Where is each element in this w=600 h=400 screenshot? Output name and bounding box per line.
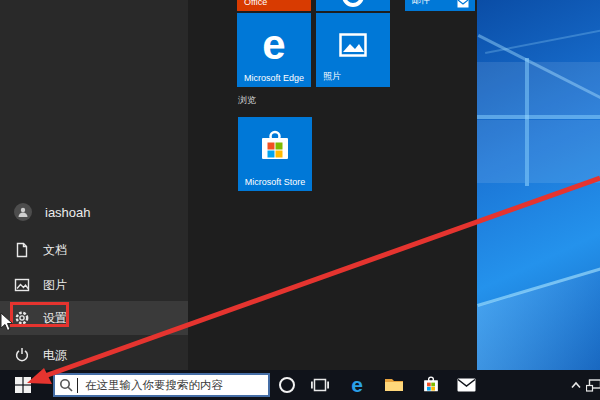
window-pane — [529, 62, 600, 115]
start-button[interactable] — [0, 370, 46, 400]
sidebar-pictures-label: 图片 — [43, 277, 67, 294]
windows-logo-icon — [15, 377, 31, 393]
sidebar-settings-label: 设置 — [43, 310, 67, 327]
photos-icon — [339, 33, 367, 57]
screen: Office 邮件 e Microsoft Edge 照片 浏览 — [0, 0, 600, 400]
folder-icon — [384, 377, 404, 393]
power-icon — [14, 347, 30, 363]
text-caret — [77, 378, 78, 393]
tile-office[interactable]: Office — [237, 0, 311, 11]
tile-app-partial[interactable] — [316, 0, 390, 11]
window-pane — [529, 120, 600, 183]
circle-app-icon — [342, 0, 364, 7]
desktop-wallpaper — [477, 0, 600, 370]
tile-photos-label: 照片 — [316, 70, 390, 83]
document-icon — [14, 242, 30, 258]
cortana-icon — [278, 376, 296, 394]
tile-store-label: Microsoft Store — [238, 177, 312, 187]
sidebar-item-power[interactable]: 电源 — [0, 338, 188, 372]
start-sidebar: iashoah 文档 图片 — [0, 0, 188, 370]
tile-microsoft-edge[interactable]: e Microsoft Edge — [237, 13, 311, 87]
file-explorer-button[interactable] — [375, 370, 413, 400]
store-bag-icon — [422, 376, 440, 394]
window-pane — [477, 62, 525, 115]
store-taskbar-button[interactable] — [412, 370, 450, 400]
tile-mail[interactable]: 邮件 — [405, 0, 475, 11]
network-icon — [586, 379, 600, 392]
mail-taskbar-button[interactable] — [447, 370, 485, 400]
window-pane — [477, 120, 525, 183]
window-divider — [525, 58, 529, 186]
tray-expand-button[interactable] — [566, 370, 586, 400]
search-icon — [59, 378, 73, 392]
mail-icon — [457, 0, 469, 8]
tile-office-label: Office — [237, 0, 311, 7]
sidebar-power-label: 电源 — [43, 347, 67, 364]
section-label-browse: 浏览 — [238, 94, 256, 107]
sidebar-item-settings[interactable]: 设置 — [0, 301, 188, 335]
taskbar: e — [0, 370, 600, 400]
start-menu: Office 邮件 e Microsoft Edge 照片 浏览 — [0, 0, 477, 370]
sidebar-item-account[interactable]: iashoah — [0, 195, 188, 229]
taskbar-search[interactable] — [53, 373, 270, 397]
chevron-up-icon — [570, 380, 582, 390]
wallpaper-floor — [477, 268, 600, 370]
sidebar-account-label: iashoah — [45, 205, 91, 220]
sidebar-item-documents[interactable]: 文档 — [0, 233, 188, 267]
edge-logo-icon: e — [237, 21, 311, 69]
user-avatar-icon — [14, 203, 32, 221]
envelope-icon — [457, 378, 476, 392]
light-beam — [485, 23, 600, 54]
tile-microsoft-store[interactable]: Microsoft Store — [238, 117, 312, 191]
edge-taskbar-button[interactable]: e — [338, 370, 376, 400]
task-view-icon — [311, 377, 329, 393]
search-input[interactable] — [82, 379, 268, 391]
gear-icon — [14, 310, 30, 326]
edge-icon: e — [351, 370, 363, 400]
sidebar-documents-label: 文档 — [43, 242, 67, 259]
store-icon — [259, 130, 291, 164]
tile-edge-label: Microsoft Edge — [237, 73, 311, 83]
window-divider — [477, 115, 600, 119]
tile-photos[interactable]: 照片 — [316, 13, 390, 87]
task-view-button[interactable] — [301, 370, 339, 400]
pictures-icon — [14, 277, 30, 293]
network-status-button[interactable] — [584, 370, 600, 400]
sidebar-item-pictures[interactable]: 图片 — [0, 268, 188, 302]
